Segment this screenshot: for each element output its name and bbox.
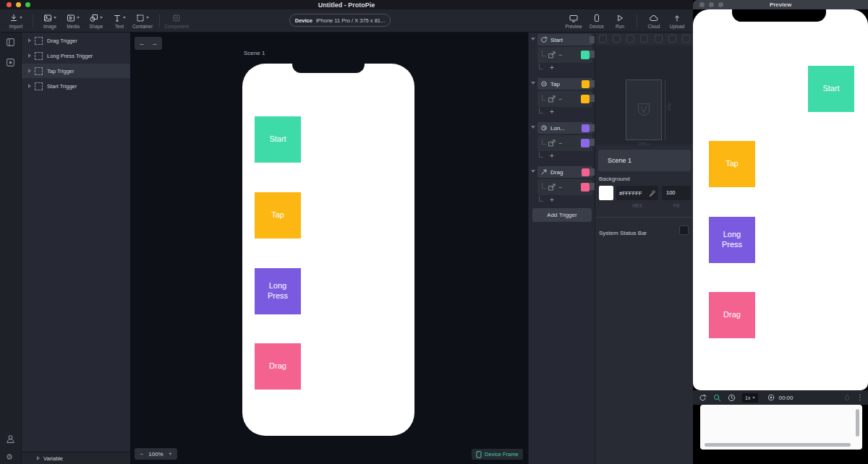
layers-panel-icon[interactable]: [6, 58, 15, 67]
record-icon[interactable]: [767, 394, 775, 401]
tool-import[interactable]: Import: [4, 10, 27, 32]
remove-response-button[interactable]: −: [558, 51, 581, 59]
collapse-icon[interactable]: [531, 126, 535, 129]
response-row[interactable]: −: [537, 179, 592, 195]
layer-row-tap-trigger[interactable]: Tap Trigger: [22, 64, 130, 78]
add-response-button[interactable]: +: [550, 196, 554, 204]
add-response-button[interactable]: +: [550, 108, 554, 116]
action-preview[interactable]: Preview: [562, 10, 585, 32]
artboard-iphone-frame[interactable]: Start Tap Long Press Drag: [242, 64, 414, 436]
eyedropper-icon[interactable]: [649, 190, 655, 197]
action-device[interactable]: Device: [585, 10, 608, 32]
add-response-row[interactable]: +: [537, 151, 592, 160]
action-cloud[interactable]: Cloud: [642, 10, 665, 32]
response-color-swatch[interactable]: [581, 139, 590, 147]
zoom-in-button[interactable]: +: [169, 450, 172, 457]
scenes-panel-icon[interactable]: [6, 38, 15, 47]
hex-value: #FFFFFF: [619, 190, 649, 197]
remove-response-button[interactable]: −: [558, 95, 581, 103]
speed-clock-icon[interactable]: [728, 394, 736, 402]
expand-icon[interactable]: [37, 456, 40, 460]
window-title: Untitled - ProtoPie: [0, 1, 693, 9]
layer-row-drag-trigger[interactable]: Drag Trigger: [22, 33, 130, 48]
square-label: Start: [269, 134, 286, 145]
preview-square-tap[interactable]: Tap: [709, 141, 755, 187]
variable-section[interactable]: Variable: [22, 452, 130, 464]
background-color-swatch[interactable]: [599, 186, 613, 200]
settings-icon[interactable]: ⚙: [6, 452, 13, 462]
text-icon: [113, 14, 122, 22]
layer-square-drag[interactable]: Drag: [255, 343, 301, 390]
zoom-out-button[interactable]: −: [140, 450, 143, 457]
tool-image[interactable]: Image: [38, 10, 61, 32]
trigger-header-drag[interactable]: Drag: [537, 166, 592, 178]
scene-title[interactable]: Scene 1: [244, 50, 265, 56]
trigger-header-start[interactable]: Start: [537, 34, 592, 46]
forward-button[interactable]: →: [151, 40, 158, 47]
remove-response-button[interactable]: −: [558, 184, 581, 191]
response-row[interactable]: −: [537, 47, 592, 63]
system-status-bar-label: System Status Bar: [599, 230, 647, 236]
canvas[interactable]: ← → Scene 1 Start Tap Long Press Drag − …: [130, 33, 528, 464]
add-response-row[interactable]: +: [537, 195, 592, 205]
capture-drop-icon[interactable]: [843, 394, 851, 401]
add-response-button[interactable]: +: [550, 152, 554, 160]
trigger-header-long-press[interactable]: Lon...: [537, 122, 592, 134]
more-icon[interactable]: ⋮: [856, 394, 864, 401]
collapse-icon[interactable]: [531, 170, 535, 173]
add-response-button[interactable]: +: [550, 64, 554, 72]
response-color-swatch[interactable]: [581, 51, 590, 59]
response-color-swatch[interactable]: [581, 183, 590, 192]
back-button[interactable]: ←: [139, 40, 145, 47]
align-center-h-icon: [613, 35, 621, 43]
speed-value: 1x: [745, 395, 750, 400]
expand-icon[interactable]: [28, 38, 31, 43]
layer-row-long-press-trigger[interactable]: Long Press Trigger: [22, 48, 130, 63]
trigger-header-tap[interactable]: Tap: [537, 78, 592, 90]
device-selector[interactable]: Device iPhone 11 Pro / X 375 x 81...: [289, 14, 391, 27]
hex-input[interactable]: #FFFFFF: [616, 186, 658, 200]
layer-square-start[interactable]: Start: [255, 116, 301, 163]
fill-input[interactable]: 100: [662, 186, 691, 200]
scene-name-input[interactable]: Scene 1: [598, 150, 691, 171]
action-run[interactable]: Run: [608, 10, 631, 32]
remove-response-button[interactable]: −: [558, 139, 581, 147]
layer-square-tap[interactable]: Tap: [255, 192, 301, 239]
account-icon[interactable]: [6, 434, 15, 444]
align-top-icon: [640, 35, 648, 43]
response-color-swatch[interactable]: [581, 95, 590, 103]
tool-shape[interactable]: Shape: [85, 10, 108, 32]
response-row[interactable]: −: [537, 91, 592, 107]
tool-media[interactable]: Media: [61, 10, 85, 32]
expand-icon[interactable]: [28, 69, 31, 73]
expand-icon[interactable]: [28, 53, 31, 58]
collapse-icon[interactable]: [531, 82, 535, 85]
horizontal-scrollbar[interactable]: [705, 443, 851, 447]
device-frame-button[interactable]: Device Frame: [472, 449, 523, 460]
layer-square-long-press[interactable]: Long Press: [255, 268, 301, 314]
device-icon: [592, 14, 601, 22]
collapse-icon[interactable]: [531, 38, 535, 40]
add-response-row[interactable]: +: [537, 107, 592, 116]
indent-guide: [542, 51, 546, 56]
system-status-bar-checkbox[interactable]: [679, 225, 689, 235]
layer-row-start-trigger[interactable]: Start Trigger: [22, 79, 130, 93]
action-upload[interactable]: Upload: [665, 10, 689, 32]
tool-text[interactable]: Text: [108, 10, 131, 32]
trigger-color-swatch: [582, 168, 590, 176]
preview-square-drag[interactable]: Drag: [709, 292, 755, 338]
distribute-icon: [682, 35, 690, 43]
speed-selector[interactable]: 1x: [742, 393, 758, 403]
preview-square-start[interactable]: Start: [808, 66, 854, 112]
restart-icon[interactable]: [699, 394, 707, 402]
run-actions: Preview Device Run Cloud Upload: [562, 9, 689, 33]
add-response-row[interactable]: +: [537, 63, 592, 72]
preview-square-long-press[interactable]: Long Press: [709, 217, 755, 263]
vertical-scrollbar[interactable]: [856, 409, 859, 437]
response-row[interactable]: −: [537, 135, 592, 151]
tool-container[interactable]: Container: [131, 10, 154, 32]
expand-icon[interactable]: [28, 84, 31, 88]
add-trigger-button[interactable]: Add Trigger: [532, 208, 592, 222]
trigger-color-swatch: [582, 36, 590, 44]
touch-pointer-icon[interactable]: [713, 394, 721, 402]
